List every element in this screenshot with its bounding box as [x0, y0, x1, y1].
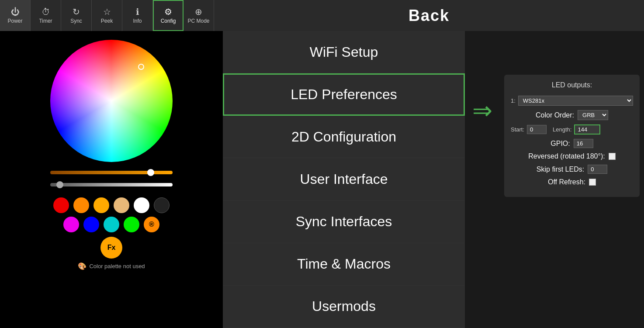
nav-info-label: Info — [133, 18, 142, 24]
color-order-select[interactable]: GRB — [578, 110, 608, 120]
swatch-row-1 — [53, 197, 170, 213]
nav-sync[interactable]: ↻ Sync — [61, 0, 92, 31]
swatch-red[interactable] — [53, 197, 69, 213]
nav-peek-label: Peek — [101, 18, 113, 24]
peek-icon: ☆ — [103, 7, 111, 16]
white-track[interactable] — [50, 183, 173, 186]
swatch-black[interactable] — [154, 197, 170, 213]
reversed-label: Reversed (rotated 180°): — [528, 152, 605, 160]
nav-peek[interactable]: ☆ Peek — [92, 0, 122, 31]
menu-user-interface[interactable]: User Interface — [223, 158, 465, 200]
menu-2d-config[interactable]: 2D Configuration — [223, 116, 465, 158]
swatches-area: ® — [53, 197, 170, 232]
swatch-skin[interactable] — [114, 197, 129, 213]
led-outputs-panel: LED outputs: 1: WS281x Color Order: GRB … — [504, 75, 640, 197]
color-order-row: Color Order: GRB — [511, 110, 633, 120]
off-refresh-row: Off Refresh: — [511, 178, 633, 186]
sliders-area — [50, 169, 173, 193]
white-slider-row[interactable] — [50, 181, 173, 189]
reversed-row: Reversed (rotated 180°): — [511, 152, 633, 160]
arrow-right-icon: ⇒ — [472, 99, 492, 123]
color-picker-dot[interactable] — [138, 64, 144, 70]
config-icon: ⚙ — [164, 7, 172, 16]
swatch-yellow[interactable] — [93, 197, 109, 213]
menu-usermods[interactable]: Usermods — [223, 286, 465, 328]
swatch-magenta[interactable] — [63, 217, 79, 232]
nav-pcmode-label: PC Mode — [187, 18, 209, 24]
brightness-slider-row[interactable] — [50, 169, 173, 176]
start-label: Start: — [511, 126, 524, 133]
info-icon: ℹ — [136, 7, 139, 16]
top-navigation: ⏻ Power ⏱ Timer ↻ Sync ☆ Peek ℹ Info ⚙ C… — [0, 0, 644, 31]
menu-sync-interfaces[interactable]: Sync Interfaces — [223, 201, 465, 243]
channel-label: 1: — [511, 97, 516, 104]
brightness-track[interactable] — [50, 171, 173, 174]
power-icon: ⏻ — [11, 7, 20, 16]
swatch-orange[interactable] — [73, 197, 89, 213]
skip-label: Skip first LEDs: — [537, 166, 584, 173]
nav-timer[interactable]: ⏱ Timer — [31, 0, 61, 31]
color-wheel[interactable] — [50, 40, 173, 162]
color-picker-panel: ® Fx 🎨 Color palette not used — [0, 31, 223, 328]
gpio-label: GPIO: — [551, 140, 570, 148]
back-button-area[interactable]: Back — [214, 7, 644, 25]
sync-icon: ↻ — [73, 7, 80, 16]
led-type-select[interactable]: WS281x — [518, 96, 633, 106]
fx-button[interactable]: Fx — [100, 237, 122, 259]
swatch-green[interactable] — [124, 217, 139, 232]
swatch-white[interactable] — [134, 197, 149, 213]
swatch-cyan[interactable] — [104, 217, 119, 232]
nav-power[interactable]: ⏻ Power — [0, 0, 31, 31]
led-outputs-title: LED outputs: — [511, 81, 633, 89]
pcmode-icon: ⊕ — [195, 7, 202, 16]
nav-timer-label: Timer — [39, 18, 52, 24]
nav-pcmode[interactable]: ⊕ PC Mode — [184, 0, 214, 31]
skip-row: Skip first LEDs: — [511, 165, 633, 174]
nav-config[interactable]: ⚙ Config — [153, 0, 184, 31]
color-wheel-container[interactable] — [50, 40, 173, 162]
nav-info[interactable]: ℹ Info — [122, 0, 153, 31]
skip-input[interactable] — [588, 165, 607, 174]
off-refresh-checkbox[interactable] — [589, 179, 596, 186]
timer-icon: ⏱ — [42, 7, 50, 16]
menu-wifi[interactable]: WiFi Setup — [223, 31, 465, 73]
gpio-input[interactable] — [574, 139, 593, 148]
gpio-row: GPIO: — [511, 139, 633, 148]
led-type-row: 1: WS281x — [511, 96, 633, 106]
length-label: Length: — [553, 126, 571, 133]
palette-icon: 🎨 — [78, 262, 87, 270]
off-refresh-label: Off Refresh: — [548, 178, 585, 186]
white-thumb[interactable] — [56, 181, 63, 188]
swatch-registered[interactable]: ® — [144, 217, 159, 232]
palette-note: 🎨 Color palette not used — [78, 262, 145, 270]
back-button[interactable]: Back — [409, 7, 450, 25]
length-input[interactable] — [574, 124, 600, 135]
arrow-area: ⇒ — [465, 31, 500, 328]
color-order-label: Color Order: — [536, 111, 574, 119]
start-length-row: Start: Length: — [511, 124, 633, 135]
nav-power-label: Power — [7, 18, 22, 24]
swatch-row-2: ® — [63, 217, 159, 232]
start-input[interactable] — [527, 125, 547, 134]
nav-sync-label: Sync — [70, 18, 82, 24]
swatch-blue[interactable] — [83, 217, 99, 232]
menu-panel: WiFi Setup LED Preferences 2D Configurat… — [223, 31, 465, 328]
brightness-thumb[interactable] — [147, 169, 154, 176]
menu-led-preferences[interactable]: LED Preferences — [223, 73, 465, 116]
main-content: ® Fx 🎨 Color palette not used WiFi Setup… — [0, 31, 644, 328]
reversed-checkbox[interactable] — [609, 153, 616, 160]
menu-time-macros[interactable]: Time & Macros — [223, 243, 465, 286]
nav-config-label: Config — [161, 18, 176, 24]
